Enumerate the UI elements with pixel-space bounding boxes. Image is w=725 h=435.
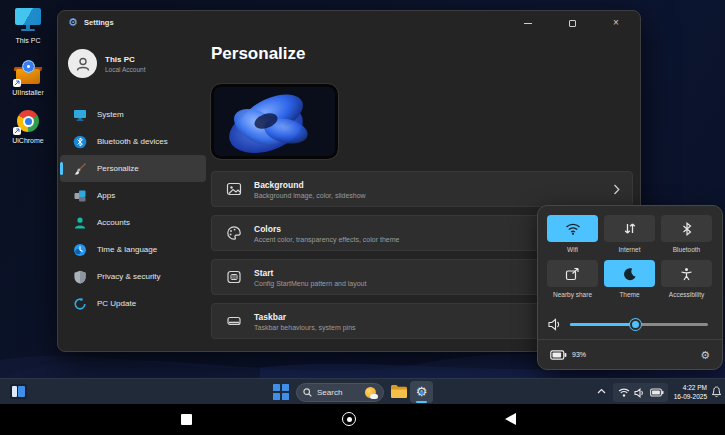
tray-speaker-icon [634,388,646,398]
taskbar-settings-button[interactable]: ⚙ [410,381,433,403]
accounts-icon [73,216,87,230]
apps-icon [73,189,87,203]
start-menu-icon [226,269,242,285]
file-explorer-icon[interactable] [390,384,408,399]
shortcut-arrow-icon [13,127,21,135]
chevron-right-icon [613,184,620,195]
account-card[interactable]: This PC Local Account [68,49,145,78]
update-icon [73,297,87,311]
tile-label: Bluetooth [673,246,700,253]
volume-thumb[interactable] [630,319,641,330]
sidebar-nav: System Bluetooth & devices Personalize [60,101,206,317]
start-button[interactable] [273,384,289,400]
internet-arrows-icon [623,222,637,235]
background-image-icon [226,181,242,197]
tile-label: Nearby share [553,291,592,298]
moon-icon [623,267,637,281]
quick-settings-footer: 93% ⚙ [538,339,722,369]
personalize-brush-icon [73,162,87,176]
shortcut-arrow-icon [13,79,21,87]
recents-button[interactable] [181,414,192,425]
bluetooth-icon [73,135,87,149]
accessibility-icon [680,267,693,281]
sidebar-item-accounts[interactable]: Accounts [60,209,206,236]
minimize-icon [524,23,532,24]
sidebar-item-privacy-security[interactable]: Privacy & security [60,263,206,290]
clock-time: 4:22 PM [672,383,707,392]
search-box[interactable]: Search [296,383,384,402]
android-nav-bar [0,404,725,435]
taskbar-row-icon [226,313,242,329]
maximize-icon [569,20,576,27]
desktop-icon-uiinstaller[interactable]: UIInstaller [4,60,52,97]
tile-label: Internet [618,246,640,253]
desktop-icon-label: UiChrome [4,137,52,145]
close-button[interactable]: × [602,14,630,32]
widgets-icon[interactable] [10,384,27,399]
clock[interactable]: 4:22 PM 16-09-2025 [672,383,707,401]
desktop-icon-label: UIInstaller [4,89,52,97]
bluetooth-icon [682,222,692,236]
system-tray[interactable] [613,383,668,402]
volume-slider[interactable] [570,323,708,326]
search-icon [303,388,312,397]
tile-label: Accessibility [669,291,704,298]
sidebar-item-pc-update[interactable]: PC Update [60,290,206,317]
desktop-icon-uichrome[interactable]: UiChrome [4,108,52,145]
theme-tile[interactable] [604,260,655,287]
bluetooth-tile[interactable] [661,215,712,242]
back-button[interactable] [505,413,516,425]
account-name: This PC [105,55,145,64]
taskbar: Search ⚙ [0,378,725,404]
gear-center-dot [420,391,424,395]
internet-tile[interactable] [604,215,655,242]
accessibility-tile[interactable] [661,260,712,287]
tray-wifi-icon [618,388,630,397]
sidebar-item-time-language[interactable]: Time & language [60,236,206,263]
tile-label: Theme [619,291,639,298]
desktop-icon-label: This PC [4,37,52,45]
wallpaper-preview[interactable] [211,84,338,159]
minimize-button[interactable] [514,14,542,32]
clock-date: 16-09-2025 [672,392,707,401]
maximize-button[interactable] [558,14,586,32]
this-pc-icon [13,8,43,34]
row-background[interactable]: Background Background image, color, slid… [211,171,633,207]
nearby-share-tile[interactable] [547,260,598,287]
weather-icon[interactable] [365,387,377,399]
sidebar-item-personalize[interactable]: Personalize [60,155,206,182]
speaker-icon [548,318,563,331]
tray-chevron-up-icon[interactable] [597,388,606,394]
battery-icon [550,350,567,360]
search-placeholder: Search [317,388,360,397]
notification-bell-icon[interactable] [711,386,722,398]
wifi-icon [565,223,581,235]
volume-row [548,316,708,332]
desktop-icon-this-pc[interactable]: This PC [4,8,52,45]
time-language-icon [73,243,87,257]
sidebar-item-apps[interactable]: Apps [60,182,206,209]
window-title: Settings [84,18,114,27]
sidebar-item-system[interactable]: System [60,101,206,128]
battery-percent: 93% [572,351,586,358]
tile-label: Wifi [567,246,578,253]
close-icon: × [613,18,619,28]
installer-icon [13,60,43,86]
chrome-icon [13,108,43,134]
tray-battery-icon [650,388,664,397]
quick-settings-panel: Wifi Internet Bluetooth Nearby share [537,205,723,370]
colors-palette-icon [226,225,242,241]
settings-gear-icon: ⚙ [68,15,78,29]
settings-sidebar: This PC Local Account System Bluetooth &… [58,35,208,351]
nearby-share-icon [565,267,580,281]
account-subtitle: Local Account [105,66,145,73]
wifi-tile[interactable] [547,215,598,242]
desktop: This PC UIInstaller UiChrome ⚙ Settings [0,0,725,435]
quick-settings-gear-icon[interactable]: ⚙ [700,349,710,361]
page-title: Personalize [211,44,306,64]
avatar [68,49,97,78]
window-titlebar[interactable]: ⚙ Settings × [58,11,640,35]
volume-fill [570,323,635,326]
home-button[interactable] [342,412,356,426]
sidebar-item-bluetooth-devices[interactable]: Bluetooth & devices [60,128,206,155]
